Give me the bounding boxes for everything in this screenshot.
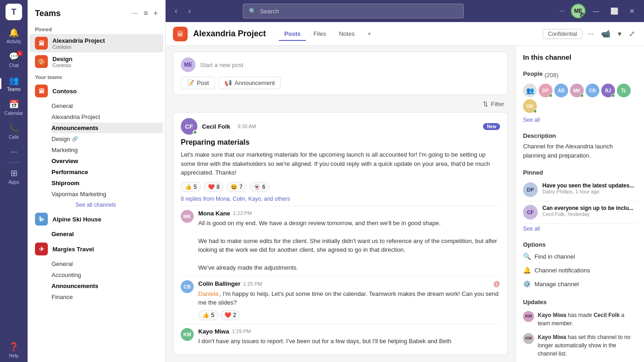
channel-performance[interactable]: Performance <box>52 167 163 177</box>
chevron-btn[interactable]: ▾ <box>616 28 623 40</box>
channel-finance[interactable]: Finance <box>52 292 163 302</box>
channel-alexandria[interactable]: Alexandria Project <box>52 112 163 122</box>
reaction-0-2[interactable]: 😆 7 <box>226 182 247 192</box>
sidebar-add-btn[interactable]: + <box>152 7 160 19</box>
reply-item-0-1: CB Colin Ballinger 1:25 PM @ Daniela, I'… <box>181 276 500 324</box>
reply-mention-name: Daniela <box>198 290 218 297</box>
see-all-contoso[interactable]: See all channels <box>52 200 165 210</box>
option-notifications[interactable]: 🔔 Channel notifications <box>523 265 637 276</box>
pinned-item-alexandria[interactable]: 🏛 Alexandria Project Contoso ··· <box>29 34 163 52</box>
msg-online-0 <box>193 130 197 135</box>
channel-announcements[interactable]: Announcements <box>52 123 163 133</box>
rail-item-calls[interactable]: 📞 Calls <box>0 119 28 143</box>
filter-btn[interactable]: ⇅ Filter <box>479 99 508 109</box>
channel-alpine-general[interactable]: General <box>52 229 163 239</box>
rp-options-label: Options <box>523 241 637 248</box>
channel-design[interactable]: Design 🔗 <box>52 134 163 144</box>
team-item-margies[interactable]: ✈ Margies Travel ··· <box>29 240 163 258</box>
rail-item-help[interactable]: ❓ Help <box>9 338 19 362</box>
options-list: 🔍 Find in channel 🔔 Channel notification… <box>523 251 637 289</box>
update-item-1: KM Kayo Miwa has set this channel to no … <box>523 330 637 361</box>
user-avatar[interactable]: ME <box>571 4 586 18</box>
reaction-emoji-0-1: ❤️ <box>208 184 215 190</box>
reaction-0-3[interactable]: 👻 6 <box>249 182 270 192</box>
reaction-0-0[interactable]: 👍 5 <box>181 182 201 192</box>
tab-files[interactable]: Files <box>308 28 331 41</box>
reaction-0-1[interactable]: ❤️ 8 <box>204 182 224 192</box>
pinned-item-1[interactable]: CF Can everyone sign up to be inclu... C… <box>523 201 637 224</box>
reaction-emoji-0-3: 👻 <box>253 184 260 190</box>
chat-badge: 1 <box>17 51 23 56</box>
tab-posts[interactable]: Posts <box>279 28 306 41</box>
pinned-item-0[interactable]: DP Have you seen the latest updates... D… <box>523 179 637 201</box>
rail-item-calendar[interactable]: 📅 Calendar <box>0 96 28 119</box>
rail-item-chat[interactable]: 💬 Chat 1 <box>0 48 28 72</box>
sidebar-header: Teams ··· ≡ + <box>28 0 165 23</box>
topbar-more-btn[interactable]: ··· <box>558 5 567 17</box>
confidential-badge[interactable]: Confidential <box>543 29 582 39</box>
option-find[interactable]: 🔍 Find in channel <box>523 251 637 262</box>
rail-item-apps[interactable]: ⊞ Apps <box>0 164 28 188</box>
option-manage[interactable]: ⚙️ Manage channel <box>523 278 637 289</box>
tab-notes[interactable]: Notes <box>334 28 360 41</box>
reply-reaction-0-1-1[interactable]: ❤️ 2 <box>220 310 241 320</box>
sidebar-more-btn[interactable]: ··· <box>130 7 140 19</box>
announcement-label: Announcement <box>235 79 275 86</box>
see-all-pinned[interactable]: See all <box>523 226 637 232</box>
channel-marketing[interactable]: Marketing <box>52 145 163 155</box>
reply-header-0-0: Mona Kane 1:23 PM <box>198 210 500 217</box>
reply-author-0-1: Colin Ballinger <box>198 280 241 287</box>
reply-reactions-0-1: 👍 5 ❤️ 2 <box>198 310 500 320</box>
reply-reaction-0-1-0[interactable]: 👍 5 <box>198 310 218 320</box>
channel-general[interactable]: General <box>52 101 163 111</box>
channel-list-margies: General Accounting Announcements Finance <box>28 259 165 302</box>
replies-link-0[interactable]: 8 replies from Mona, Colin, Kayo, and ot… <box>181 196 500 202</box>
expand-btn[interactable]: ⤢ <box>627 28 637 40</box>
post-btn[interactable]: 📝 Post <box>181 77 215 89</box>
channel-accounting[interactable]: Accounting <box>52 270 163 280</box>
avatar-group-icon: 👥 <box>523 84 537 97</box>
search-input[interactable] <box>260 8 458 15</box>
back-btn[interactable]: ‹ <box>171 5 181 17</box>
pinned-item-text-1: Can everyone sign up to be inclu... <box>542 205 633 211</box>
minimize-btn[interactable]: — <box>589 6 603 17</box>
sm-avatar-0: DP <box>539 84 552 97</box>
team-item-alpine[interactable]: ⛷ Alpine Ski House ··· <box>29 210 163 228</box>
update-text-1: Kayo Miwa has set this channel to no lon… <box>538 333 637 358</box>
channel-margies-announcements[interactable]: Announcements <box>52 281 163 291</box>
video-btn[interactable]: 📹 <box>599 28 612 40</box>
channel-more-btn[interactable]: ··· <box>586 28 596 40</box>
left-rail: T 🔔 Activity 💬 Chat 1 👥 Teams 📅 Calendar… <box>0 0 28 362</box>
team-avatar-contoso: 🏛 <box>35 85 48 97</box>
new-post-box: ME Start a new post 📝 Post 📢 Announcemen… <box>173 51 508 95</box>
pinned-item-info-0: Have you seen the latest updates... Dais… <box>542 182 634 197</box>
forward-btn[interactable]: › <box>184 5 194 17</box>
channel-shiproom[interactable]: Shiproom <box>52 178 163 188</box>
rp-updates-label: Updates <box>523 299 637 305</box>
pinned-item-avatar-1: CF <box>523 205 538 220</box>
msg-avatar-0: CF <box>181 118 197 135</box>
new-post-placeholder[interactable]: Start a new post <box>200 62 243 68</box>
more-icon: ··· <box>10 147 17 157</box>
manage-icon: ⚙️ <box>523 280 531 288</box>
channel-margies-general[interactable]: General <box>52 259 163 269</box>
rail-item-activity[interactable]: 🔔 Activity <box>0 24 28 48</box>
channel-overview[interactable]: Overview <box>52 156 163 166</box>
tab-add[interactable]: + <box>362 28 377 41</box>
manage-label: Manage channel <box>535 281 579 288</box>
rail-item-more[interactable]: ··· <box>0 143 28 160</box>
sidebar-filter-btn[interactable]: ≡ <box>142 7 150 19</box>
restore-btn[interactable]: ⬜ <box>607 6 622 17</box>
channel-vapormax[interactable]: Vapormax Marketing <box>52 189 163 199</box>
close-btn[interactable]: ✕ <box>626 6 638 17</box>
rail-item-teams[interactable]: 👥 Teams <box>0 72 28 96</box>
pinned-item-design[interactable]: 🎨 Design Contoso ··· <box>29 52 163 71</box>
sm-online-4 <box>611 94 615 97</box>
announcement-btn[interactable]: 📢 Announcement <box>218 77 281 89</box>
rail-label-activity: Activity <box>6 39 21 44</box>
team-item-contoso[interactable]: 🏛 Contoso ··· <box>29 82 163 100</box>
announcement-icon: 📢 <box>224 79 232 86</box>
sm-avatar-4: RJ <box>601 84 615 97</box>
reply-react-count-0: 5 <box>211 312 214 318</box>
see-all-people[interactable]: See all <box>523 117 637 123</box>
